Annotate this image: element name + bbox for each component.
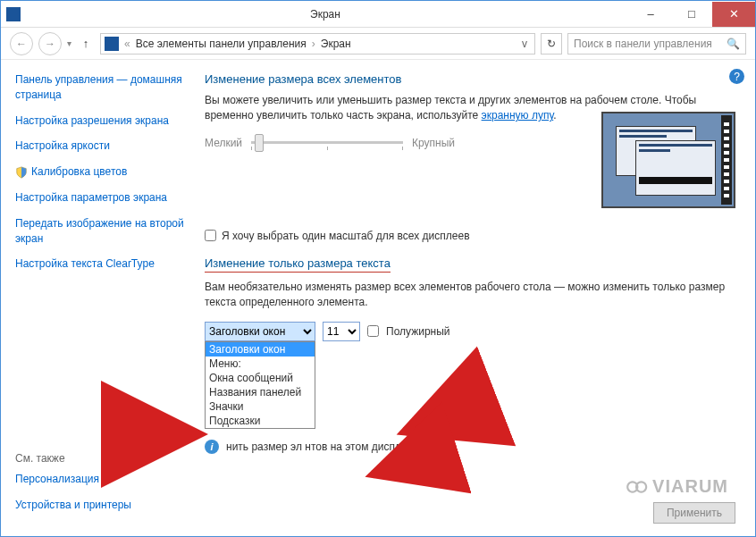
sidebar: Панель управления — домашняя страница На… [1, 60, 194, 536]
dropdown-option[interactable]: Названия панелей [206, 385, 315, 399]
slider-label-small: Мелкий [205, 137, 242, 149]
up-button[interactable]: ↑ [77, 35, 95, 53]
sidebar-link-cleartype[interactable]: Настройка текста ClearType [15, 256, 185, 272]
navbar: ← → ▾ ↑ « Все элементы панели управления… [1, 28, 755, 60]
note-text: нить размер эл нтов на этом дисплее. [226, 441, 416, 453]
slider-label-large: Крупный [412, 137, 455, 149]
single-scale-checkbox[interactable] [205, 230, 216, 241]
dropdown-option[interactable]: Заголовки окон [206, 342, 315, 357]
minimize-button[interactable]: – [630, 2, 671, 27]
forward-button[interactable]: → [38, 32, 62, 55]
chevron-icon: « [124, 38, 130, 50]
refresh-button[interactable]: ↻ [541, 33, 562, 55]
heading-text-size: Изменение только размера текста [205, 256, 391, 273]
sidebar-link-brightness[interactable]: Настройка яркости [15, 138, 185, 154]
sidebar-link-calibrate[interactable]: Калибровка цветов [31, 164, 127, 180]
bold-label: Полужирный [386, 325, 450, 338]
sidebar-link-params[interactable]: Настройка параметров экрана [15, 190, 185, 206]
recent-dropdown-icon[interactable]: ▾ [67, 38, 71, 48]
content-area: Панель управления — домашняя страница На… [1, 60, 755, 536]
help-icon[interactable]: ? [729, 69, 744, 84]
dropdown-option[interactable]: Подсказки [206, 414, 315, 428]
see-also-devices[interactable]: Устройства и принтеры [15, 498, 185, 513]
window-title: Экран [21, 8, 630, 21]
back-button[interactable]: ← [10, 32, 33, 55]
magnifier-link[interactable]: экранную лупу [482, 109, 554, 122]
titlebar: Экран – □ ✕ [1, 1, 755, 28]
app-icon [6, 7, 21, 21]
search-icon: 🔍 [727, 38, 740, 50]
address-dropdown-icon[interactable]: v [518, 38, 531, 50]
font-size-select[interactable]: 11 [323, 322, 360, 341]
sidebar-link-project[interactable]: Передать изображение на второй экран [15, 216, 185, 247]
breadcrumb-item[interactable]: Экран [321, 38, 351, 50]
sidebar-link-home[interactable]: Панель управления — домашняя страница [15, 72, 185, 103]
location-icon [105, 37, 119, 51]
watermark: VIARUM [624, 476, 728, 497]
display-preview [601, 112, 735, 208]
scale-slider[interactable] [251, 141, 403, 144]
maximize-button[interactable]: □ [671, 2, 712, 27]
search-placeholder: Поиск в панели управления [574, 38, 712, 50]
see-also-personalization[interactable]: Персонализация [15, 472, 185, 487]
breadcrumb-item[interactable]: Все элементы панели управления [136, 38, 307, 50]
element-select[interactable]: Заголовки окон [205, 322, 315, 341]
main-panel: ? Изменение размера всех элементов Вы мо… [194, 60, 755, 536]
display-note: i нить размер эл нтов на этом дисплее. [205, 440, 735, 454]
watermark-logo-icon [624, 479, 649, 495]
dropdown-option[interactable]: Значки [206, 399, 315, 414]
see-also-heading: См. также [15, 452, 185, 465]
sidebar-link-resolution[interactable]: Настройка разрешения экрана [15, 113, 185, 129]
search-input[interactable]: Поиск в панели управления 🔍 [567, 33, 746, 55]
close-button[interactable]: ✕ [712, 2, 755, 27]
address-bar[interactable]: « Все элементы панели управления › Экран… [100, 33, 535, 55]
info-icon: i [205, 440, 219, 454]
desc-text-size: Вам необязательно изменять размер всех э… [205, 280, 735, 311]
sidebar-footer: См. также Персонализация Устройства и пр… [15, 452, 185, 524]
apply-button[interactable]: Применить [653, 502, 735, 524]
text-size-controls: Заголовки окон 11 Полужирный Заголовки о… [205, 322, 735, 341]
single-scale-label: Я хочу выбрать один масштаб для всех дис… [222, 230, 470, 242]
dropdown-option[interactable]: Окна сообщений [206, 371, 315, 385]
heading-resize-all: Изменение размера всех элементов [205, 72, 735, 86]
chevron-right-icon: › [312, 38, 315, 50]
shield-icon [15, 166, 28, 179]
element-dropdown-list[interactable]: Заголовки окон Меню: Окна сообщений Назв… [205, 341, 315, 429]
bold-checkbox[interactable] [367, 325, 379, 337]
dropdown-option[interactable]: Меню: [206, 357, 315, 371]
single-scale-checkbox-row: Я хочу выбрать один масштаб для всех дис… [205, 230, 735, 242]
